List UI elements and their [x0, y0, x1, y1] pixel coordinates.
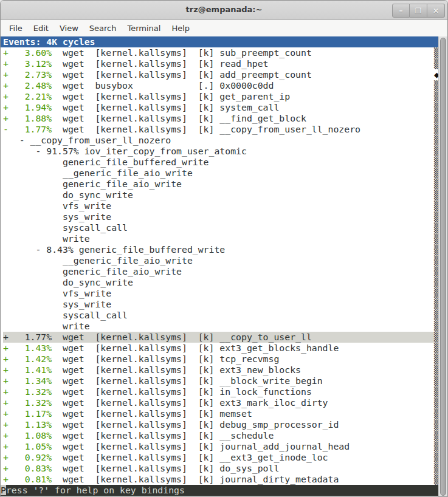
menu-help[interactable]: Help: [166, 21, 195, 35]
perf-entry-row[interactable]: + 2.21% wget [kernel.kallsyms] [k] get_p…: [1, 91, 439, 102]
row-text: sys_write: [3, 211, 434, 222]
row-text: + 1.77% wget [kernel.kallsyms] [k] __cop…: [3, 332, 434, 343]
perf-entry-row[interactable]: + 0.81% wget [kernel.kallsyms] [k] journ…: [1, 474, 439, 485]
entry-detail: wget [kernel.kallsyms] [k] ext3_mark_ilo…: [52, 397, 328, 408]
entry-marker-pct: + 2.73%: [3, 69, 52, 80]
row-text: + 0.92% wget [kernel.kallsyms] [k] __ext…: [3, 452, 434, 463]
callchain-text: - 8.43% generic_file_buffered_write: [3, 244, 225, 255]
perf-entry-row[interactable]: + 1.77% wget [kernel.kallsyms] [k] __cop…: [1, 332, 439, 343]
perf-entry-row[interactable]: + 2.48% wget busybox [.] 0x0000c0dd▒: [1, 80, 439, 91]
status-bar: Press '?' for help on key bindings: [1, 485, 439, 496]
perf-entry-row[interactable]: + 2.73% wget [kernel.kallsyms] [k] add_p…: [1, 69, 439, 80]
entry-detail: wget [kernel.kallsyms] [k] journal_dirty…: [52, 474, 339, 484]
entry-marker-pct: + 1.08%: [3, 430, 52, 440]
entry-marker-pct: + 1.42%: [3, 354, 52, 364]
perf-callchain-row[interactable]: sys_write▒: [1, 299, 439, 310]
maximize-button[interactable]: ❐: [410, 4, 427, 18]
perf-entry-row[interactable]: + 1.32% wget [kernel.kallsyms] [k] in_lo…: [1, 386, 439, 397]
minimize-button[interactable]: –: [392, 4, 410, 18]
perf-entry-row[interactable]: - 1.77% wget [kernel.kallsyms] [k] __cop…: [1, 124, 439, 135]
perf-callchain-row[interactable]: write▒: [1, 321, 439, 332]
entry-marker-pct: + 1.88%: [3, 113, 52, 123]
perf-callchain-row[interactable]: generic_file_aio_write▒: [1, 266, 439, 277]
events-header: Events: 4K cycles: [1, 36, 439, 47]
perf-entry-row[interactable]: + 1.41% wget [kernel.kallsyms] [k] ext3_…: [1, 365, 439, 375]
entry-marker-pct: + 0.81%: [3, 474, 52, 484]
perf-callchain-row[interactable]: do_sync_write▒: [1, 190, 439, 201]
row-text: + 0.83% wget [kernel.kallsyms] [k] do_sy…: [3, 463, 434, 474]
perf-entry-row[interactable]: + 1.08% wget [kernel.kallsyms] [k] __sch…: [1, 430, 439, 441]
row-text: + 2.48% wget busybox [.] 0x0000c0dd: [3, 80, 434, 91]
callchain-text: vfs_write: [3, 201, 111, 211]
entry-detail: wget [kernel.kallsyms] [k] __find_get_bl…: [52, 113, 306, 123]
menu-edit[interactable]: Edit: [28, 21, 54, 35]
title-bar[interactable]: trz@empanada:~ –❐✕: [1, 1, 447, 20]
row-text: + 2.73% wget [kernel.kallsyms] [k] add_p…: [3, 69, 434, 80]
scrollbar-thumb[interactable]: [440, 38, 446, 496]
perf-entry-row[interactable]: + 3.12% wget [kernel.kallsyms] [k] read_…: [1, 58, 439, 69]
close-button[interactable]: ✕: [427, 4, 445, 18]
entry-marker-pct: + 3.12%: [3, 58, 52, 69]
perf-callchain-row[interactable]: do_sync_write▒: [1, 277, 439, 288]
entry-detail: wget [kernel.kallsyms] [k] __copy_to_use…: [52, 332, 312, 342]
entry-marker-pct: + 1.05%: [3, 441, 52, 451]
perf-tui: Events: 4K cycles + 3.60% wget [kernel.k…: [1, 36, 439, 497]
menu-search[interactable]: Search: [84, 21, 122, 35]
perf-callchain-row[interactable]: __generic_file_aio_write▒: [1, 168, 439, 179]
entry-detail: wget [kernel.kallsyms] [k] __schedule: [52, 430, 274, 440]
entry-detail: wget [kernel.kallsyms] [k] ext3_new_bloc…: [52, 365, 301, 375]
perf-callchain-row[interactable]: write▒: [1, 233, 439, 244]
perf-entry-row[interactable]: + 1.32% wget [kernel.kallsyms] [k] ext3_…: [1, 397, 439, 408]
maximize-icon: ❐: [415, 7, 422, 15]
row-text: + 1.94% wget [kernel.kallsyms] [k] syste…: [3, 102, 434, 113]
perf-entry-row[interactable]: + 0.83% wget [kernel.kallsyms] [k] do_sy…: [1, 463, 439, 474]
scrollbar-track[interactable]: [438, 36, 447, 497]
perf-entry-row[interactable]: + 1.42% wget [kernel.kallsyms] [k] tcp_r…: [1, 354, 439, 365]
window-title: trz@empanada:~: [1, 5, 447, 14]
callchain-text: sys_write: [3, 299, 111, 309]
perf-entry-row[interactable]: + 1.13% wget [kernel.kallsyms] [k] debug…: [1, 419, 439, 430]
perf-callchain-row[interactable]: generic_file_buffered_write▒: [1, 157, 439, 168]
entry-detail: wget [kernel.kallsyms] [k] get_parent_ip: [52, 91, 290, 101]
perf-callchain-row[interactable]: - __copy_from_user_ll_nozero▒: [1, 135, 439, 146]
perf-callchain-row[interactable]: - 8.43% generic_file_buffered_write▒: [1, 244, 439, 255]
perf-callchain-row[interactable]: __generic_file_aio_write▒: [1, 255, 439, 266]
row-text: generic_file_aio_write: [3, 179, 434, 190]
perf-entry-row[interactable]: + 1.17% wget [kernel.kallsyms] [k] memse…: [1, 408, 439, 419]
perf-callchain-row[interactable]: syscall_call▒: [1, 310, 439, 321]
perf-entry-row[interactable]: + 1.88% wget [kernel.kallsyms] [k] __fin…: [1, 113, 439, 124]
entry-marker-pct: + 2.48%: [3, 80, 52, 91]
callchain-text: - 91.57% iov_iter_copy_from_user_atomic: [3, 146, 247, 156]
entry-detail: wget [kernel.kallsyms] [k] memset: [52, 408, 252, 419]
perf-callchain-row[interactable]: - 91.57% iov_iter_copy_from_user_atomic▒: [1, 146, 439, 157]
menu-terminal[interactable]: Terminal: [122, 21, 166, 35]
menu-bar: FileEditViewSearchTerminalHelp: [1, 20, 447, 36]
entry-marker-pct: + 1.32%: [3, 386, 52, 397]
callchain-text: __generic_file_aio_write: [3, 168, 193, 178]
callchain-text: do_sync_write: [3, 190, 133, 200]
callchain-text: syscall_call: [3, 310, 128, 320]
perf-entry-row[interactable]: + 1.94% wget [kernel.kallsyms] [k] syste…: [1, 102, 439, 113]
perf-entry-row[interactable]: + 1.34% wget [kernel.kallsyms] [k] __blo…: [1, 375, 439, 386]
perf-callchain-row[interactable]: sys_write▒: [1, 211, 439, 222]
perf-callchain-row[interactable]: generic_file_aio_write▒: [1, 179, 439, 190]
perf-callchain-row[interactable]: vfs_write▒: [1, 201, 439, 211]
callchain-text: syscall_call: [3, 222, 128, 233]
perf-entry-row[interactable]: + 3.60% wget [kernel.kallsyms] [k] sub_p…: [1, 47, 439, 58]
perf-callchain-row[interactable]: syscall_call▒: [1, 222, 439, 233]
terminal-window: trz@empanada:~ –❐✕ FileEditViewSearchTer…: [0, 0, 448, 497]
perf-entry-row[interactable]: + 1.05% wget [kernel.kallsyms] [k] journ…: [1, 441, 439, 452]
entry-marker-pct: + 0.83%: [3, 463, 52, 473]
entry-marker-pct: + 1.94%: [3, 102, 52, 112]
perf-entry-row[interactable]: + 0.92% wget [kernel.kallsyms] [k] __ext…: [1, 452, 439, 463]
perf-callchain-row[interactable]: vfs_write▒: [1, 288, 439, 299]
terminal-screen[interactable]: Events: 4K cycles + 3.60% wget [kernel.k…: [1, 36, 447, 497]
menu-file[interactable]: File: [4, 21, 28, 35]
entry-marker-pct: - 1.77%: [3, 124, 52, 134]
entry-detail: wget [kernel.kallsyms] [k] read_hpet: [52, 58, 268, 69]
menu-view[interactable]: View: [54, 21, 84, 35]
row-text: - 1.77% wget [kernel.kallsyms] [k] __cop…: [3, 124, 434, 135]
row-text: + 1.32% wget [kernel.kallsyms] [k] in_lo…: [3, 386, 434, 397]
row-text: + 1.05% wget [kernel.kallsyms] [k] journ…: [3, 441, 434, 452]
perf-entry-row[interactable]: + 1.43% wget [kernel.kallsyms] [k] ext3_…: [1, 343, 439, 354]
